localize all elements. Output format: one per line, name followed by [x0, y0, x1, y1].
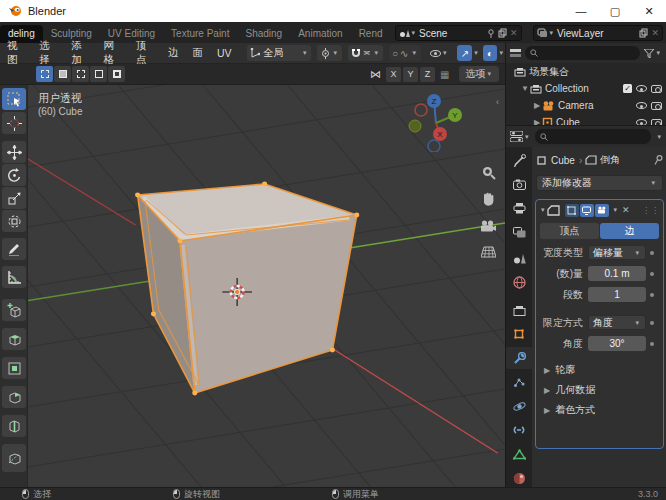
tool-add-cube[interactable] [2, 299, 26, 321]
menu-vertex[interactable]: 顶点 [129, 39, 161, 67]
mirror-x-button[interactable]: X [386, 67, 401, 82]
mirror-y-button[interactable]: Y [403, 67, 418, 82]
outliner-row-scene-collection[interactable]: 场景集合 [506, 63, 666, 80]
tab-collection[interactable] [506, 299, 532, 321]
transform-orientation-dropdown[interactable]: 全局 ▾ [247, 45, 312, 61]
select-mode-new-button[interactable] [36, 66, 53, 82]
menu-edge[interactable]: 边 [161, 46, 186, 60]
animate-dot[interactable] [650, 251, 654, 255]
tool-move[interactable] [2, 141, 26, 163]
filter-icon[interactable] [644, 49, 654, 58]
disclosure-triangle-icon[interactable]: ▶ [532, 118, 542, 125]
chevron-down-icon[interactable]: ▾ [655, 133, 666, 141]
select-mode-subtract-button[interactable] [72, 66, 89, 82]
show-gizmos-toggle[interactable]: ↗ [457, 45, 472, 61]
toggle-render-display[interactable] [595, 204, 609, 217]
disclosure-triangle-icon[interactable]: ▶ [532, 101, 542, 110]
workspace-tab-animation[interactable]: Animation [290, 25, 350, 43]
workspace-tab-shading[interactable]: Shading [237, 25, 290, 43]
menu-mesh[interactable]: 网格 [97, 39, 129, 67]
width-type-dropdown[interactable]: 偏移量▾ [588, 245, 646, 260]
maximize-button[interactable]: ▢ [598, 0, 632, 22]
add-modifier-dropdown[interactable]: 添加修改器 ▾ [536, 175, 663, 191]
tool-measure[interactable] [2, 266, 26, 288]
collection-checkbox[interactable]: ✓ [623, 84, 632, 93]
tab-view-layer[interactable] [506, 221, 532, 243]
tool-select-box[interactable] [2, 88, 26, 110]
pin-icon[interactable] [654, 155, 663, 165]
snap-group[interactable]: ≍ ▾ [348, 45, 383, 61]
tab-edges[interactable]: 边 [600, 223, 659, 239]
drag-handle-icon[interactable]: ⋮⋮ [642, 206, 660, 215]
menu-select[interactable]: 选择 [32, 39, 64, 67]
camera-view-button[interactable] [478, 216, 498, 236]
tab-object-data[interactable] [506, 443, 532, 465]
tab-scene[interactable] [506, 247, 532, 269]
mirror-z-button[interactable]: Z [420, 67, 435, 82]
pan-view-button[interactable] [478, 188, 498, 208]
eye-icon[interactable] [636, 85, 647, 92]
tab-vertices[interactable]: 顶点 [540, 223, 599, 239]
copy-viewlayer-icon[interactable] [636, 28, 651, 38]
tool-scale[interactable] [2, 187, 26, 209]
tab-output[interactable] [506, 197, 532, 219]
render-visibility-icon[interactable] [651, 85, 662, 93]
section-geometry[interactable]: ▶ 几何数据 [536, 380, 663, 400]
tool-inset-faces[interactable] [2, 357, 26, 379]
delete-modifier-icon[interactable]: ✕ [619, 205, 633, 215]
copy-scene-icon[interactable] [495, 28, 510, 38]
scene-selector[interactable]: ▾ Scene ✕ [395, 25, 522, 41]
proportional-edit-group[interactable]: ○ ∿ ▾ [389, 45, 421, 61]
properties-search-input[interactable] [535, 129, 652, 144]
render-visibility-icon[interactable] [651, 102, 662, 110]
expand-chevron-icon[interactable]: ▾ [539, 206, 547, 214]
minimize-button[interactable]: — [564, 0, 598, 22]
tool-loop-cut[interactable] [2, 415, 26, 437]
select-mode-extend-button[interactable] [54, 66, 71, 82]
eye-icon[interactable] [636, 102, 647, 109]
viewlayer-selector[interactable]: ▾ ViewLayer ✕ [533, 25, 663, 41]
tool-bevel[interactable] [2, 386, 26, 408]
tab-material[interactable] [506, 467, 532, 489]
toggle-realtime-display[interactable] [580, 204, 594, 217]
pivot-point-dropdown[interactable]: ▾ [317, 45, 342, 61]
animate-dot[interactable] [650, 342, 654, 346]
tool-transform[interactable] [2, 210, 26, 232]
tool-annotate[interactable] [2, 238, 26, 260]
menu-uv[interactable]: UV [210, 47, 239, 59]
tab-object[interactable] [506, 323, 532, 345]
select-mode-intersect-button[interactable] [108, 66, 125, 82]
angle-field[interactable]: 30° [588, 336, 646, 351]
sidebar-toggle-arrow[interactable]: ‹ [496, 97, 499, 107]
breadcrumb-object[interactable]: Cube [547, 155, 579, 166]
section-shading[interactable]: ▶ 着色方式 [536, 400, 663, 420]
animate-dot[interactable] [650, 293, 654, 297]
remove-viewlayer-icon[interactable]: ✕ [651, 28, 659, 38]
pin-icon[interactable] [487, 29, 495, 38]
segments-field[interactable]: 1 [588, 287, 646, 302]
visibility-dropdown[interactable]: ▾ [427, 45, 452, 61]
outliner-row-cube[interactable]: ▶ Cube [506, 114, 666, 125]
navigation-gizmo[interactable]: Z Y X [408, 90, 466, 152]
menu-face[interactable]: 面 [185, 46, 210, 60]
disclosure-triangle-icon[interactable]: ▼ [520, 84, 530, 93]
tab-world[interactable] [506, 271, 532, 293]
properties-editor-icon[interactable] [506, 131, 523, 142]
workspace-tab-render[interactable]: Rend [351, 25, 391, 43]
outliner-row-camera[interactable]: ▶ Camera [506, 97, 666, 114]
amount-field[interactable]: 0.1 m [588, 266, 646, 281]
animate-dot[interactable] [650, 321, 654, 325]
menu-add[interactable]: 添加 [64, 39, 96, 67]
menu-view[interactable]: 视图 [0, 39, 32, 67]
toggle-ortho-grid-button[interactable] [478, 242, 498, 262]
tool-extrude-region[interactable] [2, 328, 26, 350]
tab-modifiers[interactable] [506, 347, 532, 369]
workspace-tab-texture-paint[interactable]: Texture Paint [163, 25, 237, 43]
outliner-search-input[interactable] [525, 46, 640, 60]
section-profile[interactable]: ▶ 轮廓 [536, 360, 663, 380]
toggle-edit-mode-display[interactable] [565, 204, 579, 217]
tab-particles[interactable] [506, 371, 532, 393]
tool-rotate[interactable] [2, 164, 26, 186]
tab-tool[interactable] [506, 149, 532, 171]
breadcrumb-modifier[interactable]: 倒角 [600, 153, 620, 167]
